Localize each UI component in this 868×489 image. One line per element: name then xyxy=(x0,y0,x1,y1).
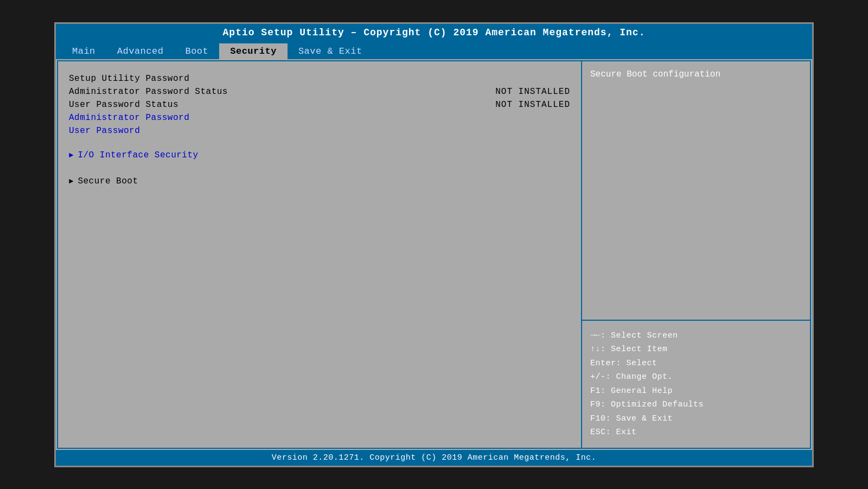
footer-bar: Version 2.20.1271. Copyright (C) 2019 Am… xyxy=(56,450,812,466)
user-password-label[interactable]: User Password xyxy=(69,124,140,137)
bios-screen: Aptio Setup Utility – Copyright (C) 2019… xyxy=(54,22,814,467)
hint-change-opt: +/-: Change Opt. xyxy=(590,370,802,384)
nav-item-save-exit[interactable]: Save & Exit xyxy=(288,43,373,59)
admin-password-label[interactable]: Administrator Password xyxy=(69,111,189,124)
io-interface-security-label: I/O Interface Security xyxy=(78,150,198,160)
nav-bar: Main Advanced Boot Security Save & Exit xyxy=(56,41,812,59)
nav-item-main[interactable]: Main xyxy=(61,43,106,59)
title-text: Aptio Setup Utility – Copyright (C) 2019… xyxy=(223,27,646,38)
title-bar: Aptio Setup Utility – Copyright (C) 2019… xyxy=(56,24,812,41)
secure-boot-item[interactable]: ► Secure Boot xyxy=(69,173,570,189)
setup-utility-password-label: Setup Utility Password xyxy=(69,72,189,85)
hint-select-item: ↑↓: Select Item xyxy=(590,342,802,357)
nav-item-security[interactable]: Security xyxy=(219,43,288,59)
hint-enter: Enter: Select xyxy=(590,357,802,371)
keyboard-hints: →←: Select Screen ↑↓: Select Item Enter:… xyxy=(582,321,810,448)
hint-esc: ESC: Exit xyxy=(590,426,802,440)
user-password-status-value: NOT INSTALLED xyxy=(495,100,570,110)
section-divider-1 xyxy=(69,137,570,147)
help-text-area: Secure Boot configuration xyxy=(582,61,810,321)
hint-f9: F9: Optimized Defaults xyxy=(590,398,802,412)
nav-item-boot[interactable]: Boot xyxy=(174,43,219,59)
hint-f10: F10: Save & Exit xyxy=(590,412,802,426)
admin-password-status-row: Administrator Password Status NOT INSTAL… xyxy=(69,85,570,98)
setup-utility-password-row: Setup Utility Password xyxy=(69,72,570,85)
admin-password-row[interactable]: Administrator Password xyxy=(69,111,570,124)
hint-select-screen: →←: Select Screen xyxy=(590,329,802,343)
help-text: Secure Boot configuration xyxy=(590,69,720,79)
left-panel: Setup Utility Password Administrator Pas… xyxy=(58,61,582,448)
hint-f1: F1: General Help xyxy=(590,384,802,398)
nav-item-advanced[interactable]: Advanced xyxy=(106,43,175,59)
user-password-row[interactable]: User Password xyxy=(69,124,570,137)
user-password-status-label: User Password Status xyxy=(69,98,178,111)
section-divider-2 xyxy=(69,163,570,173)
admin-password-status-label: Administrator Password Status xyxy=(69,85,228,98)
io-interface-arrow-icon: ► xyxy=(69,151,73,160)
io-interface-security-item[interactable]: ► I/O Interface Security xyxy=(69,147,570,163)
admin-password-status-value: NOT INSTALLED xyxy=(495,87,570,97)
secure-boot-arrow-icon: ► xyxy=(69,177,73,186)
content-area: Setup Utility Password Administrator Pas… xyxy=(57,60,811,449)
user-password-status-row: User Password Status NOT INSTALLED xyxy=(69,98,570,111)
secure-boot-label: Secure Boot xyxy=(78,176,138,186)
footer-text: Version 2.20.1271. Copyright (C) 2019 Am… xyxy=(272,453,597,462)
right-panel: Secure Boot configuration →←: Select Scr… xyxy=(582,61,810,448)
